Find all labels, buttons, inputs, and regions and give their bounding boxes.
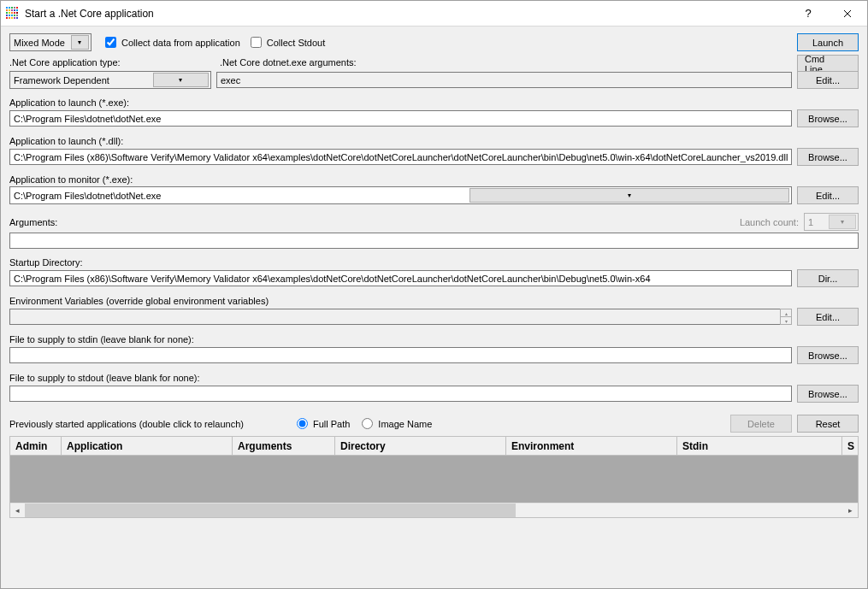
close-button[interactable] [828, 1, 867, 27]
launch-dll-label: Application to launch (*.dll): [9, 136, 859, 146]
fullpath-radio-label: Full Path [313, 419, 350, 429]
imagename-radio-label: Image Name [378, 419, 432, 429]
col-environment[interactable]: Environment [506, 437, 677, 456]
col-arguments[interactable]: Arguments [233, 437, 335, 456]
app-type-label: .Net Core application type: [9, 57, 215, 68]
reset-button[interactable]: Reset [797, 415, 859, 433]
args-label: .Net Core dotnet.exe arguments: [220, 57, 357, 68]
arguments-input[interactable] [9, 233, 859, 249]
client-area: Mixed Mode Collect data from application… [1, 27, 867, 588]
app-type-value: Framework Dependent [14, 75, 151, 85]
chevron-down-icon [469, 188, 789, 203]
collect-data-label: Collect data from application [121, 38, 240, 48]
launch-exe-label: Application to launch (*.exe): [9, 97, 859, 108]
col-admin[interactable]: Admin [10, 437, 62, 456]
window-title: Start a .Net Core application [25, 8, 788, 20]
collect-stdout-label: Collect Stdout [267, 38, 325, 48]
history-label: Previously started applications (double … [9, 419, 244, 429]
edit-monitor-button[interactable]: Edit... [797, 186, 859, 204]
col-s[interactable]: S [842, 437, 858, 456]
scroll-left-icon[interactable]: ◂ [10, 504, 25, 518]
mode-combo[interactable]: Mixed Mode [9, 33, 92, 51]
monitor-exe-label: Application to monitor (*.exe): [9, 174, 859, 185]
browse-launch-exe-button[interactable]: Browse... [797, 109, 859, 127]
launch-count-label: Launch count: [740, 217, 799, 227]
stdin-label: File to supply to stdin (leave blank for… [9, 334, 859, 345]
monitor-exe-combo[interactable]: C:\Program Files\dotnet\dotNet.exe [9, 186, 792, 204]
args-input[interactable] [216, 72, 792, 88]
titlebar: Start a .Net Core application ? [1, 1, 867, 27]
collect-stdout-checkbox[interactable]: Collect Stdout [251, 37, 325, 48]
edit-args-button[interactable]: Edit... [797, 71, 859, 89]
edit-env-button[interactable]: Edit... [797, 308, 859, 326]
startup-dir-label: Startup Directory: [9, 257, 859, 268]
stdout-label: File to supply to stdout (leave blank fo… [9, 373, 859, 383]
col-stdin[interactable]: Stdin [677, 437, 842, 456]
app-type-combo[interactable]: Framework Dependent [9, 71, 211, 89]
scroll-right-icon[interactable]: ▸ [843, 504, 858, 518]
chevron-down-icon [153, 73, 209, 87]
launch-exe-input[interactable] [9, 110, 792, 127]
chevron-down-icon [829, 215, 856, 229]
history-grid[interactable]: Admin Application Arguments Directory En… [9, 436, 859, 518]
scroll-thumb[interactable] [25, 504, 516, 517]
delete-button: Delete [730, 415, 792, 433]
browse-stdin-button[interactable]: Browse... [797, 346, 859, 364]
browse-stdout-button[interactable]: Browse... [797, 385, 859, 403]
stdout-input[interactable] [9, 386, 792, 402]
arguments-label: Arguments: [9, 217, 57, 227]
mode-combo-value: Mixed Mode [14, 38, 69, 48]
grid-body [10, 456, 858, 503]
launch-count-combo: 1 [804, 213, 859, 231]
browse-launch-dll-button[interactable]: Browse... [797, 148, 859, 166]
stdin-input[interactable] [9, 347, 792, 363]
dir-button[interactable]: Dir... [797, 269, 859, 287]
env-vars-label: Environment Variables (override global e… [9, 296, 859, 306]
help-button[interactable]: ? [788, 1, 828, 27]
startup-dir-input[interactable] [9, 270, 792, 286]
collect-data-checkbox[interactable]: Collect data from application [105, 37, 240, 48]
monitor-exe-value: C:\Program Files\dotnet\dotNet.exe [14, 191, 468, 201]
app-icon [6, 7, 20, 21]
launch-dll-input[interactable] [9, 149, 792, 165]
chevron-down-icon [71, 35, 89, 50]
col-directory[interactable]: Directory [335, 437, 506, 456]
grid-header: Admin Application Arguments Directory En… [10, 437, 858, 456]
launch-count-value: 1 [808, 217, 827, 227]
env-vars-spinner[interactable]: ▴▾ [780, 309, 792, 325]
col-application[interactable]: Application [62, 437, 233, 456]
env-vars-input[interactable] [9, 309, 780, 325]
fullpath-radio[interactable]: Full Path [297, 418, 350, 429]
imagename-radio[interactable]: Image Name [362, 418, 432, 429]
launch-button[interactable]: Launch [797, 33, 859, 51]
grid-hscroll[interactable]: ◂ ▸ [10, 503, 858, 517]
